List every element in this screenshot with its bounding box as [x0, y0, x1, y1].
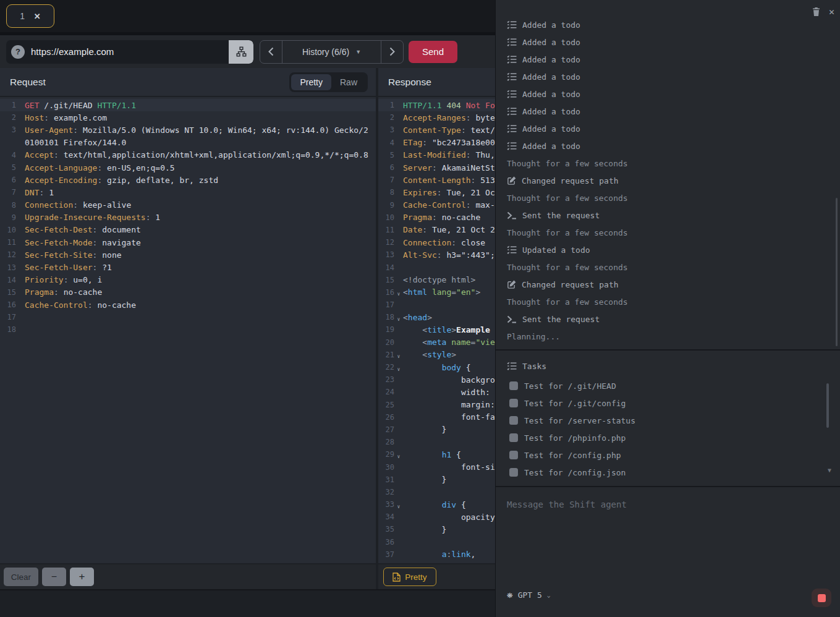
todo-list-icon	[507, 142, 517, 150]
activity-item: Sent the request	[496, 206, 840, 224]
response-footer: Pretty	[378, 563, 495, 589]
fold-chevron-icon[interactable]: ∨	[394, 367, 403, 372]
task-checkbox[interactable]	[509, 399, 518, 407]
code-line: 5Accept-Language: en-US,en;q=0.5	[0, 161, 376, 174]
task-checkbox[interactable]	[509, 451, 518, 459]
task-checkbox[interactable]	[509, 433, 518, 442]
close-icon[interactable]: ✕	[829, 6, 834, 17]
code-line: 12Connection: close	[378, 236, 495, 249]
help-icon[interactable]: ?	[11, 45, 25, 59]
url-toolbar: ? History (6/6) ▼	[0, 32, 495, 68]
line-number: 9	[0, 213, 16, 222]
request-editor[interactable]: 1GET /.git/HEAD HTTP/1.12Host: example.c…	[0, 97, 376, 563]
line-number: 20	[378, 338, 394, 347]
line-number: 35	[378, 525, 394, 534]
tasks-header: Tasks	[496, 357, 840, 375]
code-line: 14	[378, 261, 495, 273]
activity-item: Thought for a few seconds	[496, 258, 840, 276]
line-number: 14	[0, 276, 16, 284]
todo-list-icon	[507, 124, 517, 133]
fold-chevron-icon[interactable]: ∨	[394, 504, 403, 509]
todo-list-icon	[507, 245, 517, 254]
toggle-pretty[interactable]: Pretty	[291, 74, 331, 90]
line-number: 30	[378, 463, 394, 472]
model-selector[interactable]: ❋ GPT 5 ⌄	[507, 590, 551, 600]
line-number: 15	[378, 276, 394, 284]
tasks-more-chevron-icon: ▼	[828, 467, 831, 474]
line-number: 27	[378, 425, 394, 434]
task-label: Test for /config.php	[524, 451, 621, 460]
task-row[interactable]: Test for /phpinfo.php	[496, 429, 840, 446]
todo-list-icon	[507, 20, 517, 29]
toggle-raw[interactable]: Raw	[331, 74, 366, 90]
activity-scrollbar[interactable]	[836, 198, 838, 346]
send-button[interactable]: Send	[409, 41, 457, 63]
code-line: 18∨<head>	[378, 311, 495, 323]
sitemap-icon	[236, 46, 247, 57]
tab-close-icon[interactable]: ✕	[34, 12, 41, 21]
response-pretty-button[interactable]: Pretty	[383, 568, 436, 586]
tab-1[interactable]: 1 ✕	[6, 4, 54, 28]
task-row[interactable]: Test for /.git/HEAD	[496, 377, 840, 394]
code-line: 12Sec-Fetch-Site: none	[0, 249, 376, 261]
stop-icon	[818, 594, 826, 602]
agent-message-input[interactable]	[496, 488, 840, 581]
code-line: 20 <meta name="vie	[378, 336, 495, 349]
line-number: 33	[378, 500, 394, 509]
code-line: 8Connection: keep-alive	[0, 199, 376, 211]
task-label: Test for /phpinfo.php	[524, 433, 626, 443]
code-line: 25 margin:	[378, 399, 495, 411]
trash-icon[interactable]	[812, 7, 821, 17]
activity-text: Sent the request	[522, 211, 600, 220]
line-number: 13	[378, 250, 394, 259]
code-line: 11Date: Tue, 21 Oct 2	[378, 224, 495, 236]
request-title: Request	[10, 77, 46, 88]
fold-chevron-icon[interactable]: ∨	[394, 354, 403, 359]
code-line: 7Content-Length: 513	[378, 174, 495, 186]
task-row[interactable]: Test for /config.json	[496, 464, 840, 481]
code-line: 33∨ div {	[378, 498, 495, 511]
activity-item: Added a todo	[496, 85, 840, 103]
activity-item: Added a todo	[496, 103, 840, 120]
fold-chevron-icon[interactable]: ∨	[394, 454, 403, 459]
zoom-in-button[interactable]: +	[70, 568, 94, 586]
zoom-out-button[interactable]: −	[42, 568, 66, 586]
response-panel: Response 1HTTP/1.1 404 Not Fo2Accept-Ran…	[378, 68, 495, 589]
line-number: 16	[378, 288, 394, 297]
code-line: 6Server: AkamaiNetSt	[378, 161, 495, 174]
line-number: 17	[378, 300, 394, 309]
activity-text: Added a todo	[522, 20, 580, 30]
code-line: 26 font-fa	[378, 411, 495, 423]
code-line: 27 }	[378, 423, 495, 436]
task-row[interactable]: Test for /server-status	[496, 412, 840, 429]
url-input[interactable]	[31, 46, 229, 57]
task-checkbox[interactable]	[509, 381, 518, 390]
history-prev-button[interactable]	[260, 41, 282, 63]
agent-activity-log[interactable]: Added a todoAdded a todoAdded a todoAdde…	[496, 19, 840, 349]
task-row[interactable]: Test for /.git/config	[496, 394, 840, 412]
code-line: 24 width:	[378, 386, 495, 398]
clear-button[interactable]: Clear	[4, 568, 38, 586]
code-line: 22∨ body {	[378, 361, 495, 373]
response-viewer[interactable]: 1HTTP/1.1 404 Not Fo2Accept-Ranges: byte…	[378, 97, 495, 563]
task-checkbox[interactable]	[509, 416, 518, 425]
task-checkbox[interactable]	[509, 468, 518, 477]
line-number: 24	[378, 388, 394, 396]
fold-chevron-icon[interactable]: ∨	[394, 317, 403, 322]
fold-chevron-icon[interactable]: ∨	[394, 291, 403, 297]
history-label: History (6/6)	[302, 47, 349, 57]
tasks-scrollbar[interactable]	[826, 383, 829, 428]
stop-button[interactable]	[812, 589, 831, 607]
sitemap-button[interactable]	[229, 40, 253, 64]
activity-item: Sent the request	[496, 310, 840, 328]
line-number: 31	[378, 475, 394, 484]
line-number: 37	[378, 550, 394, 559]
response-pretty-label: Pretty	[405, 572, 426, 582]
line-number: 8	[0, 201, 16, 210]
history-next-button[interactable]	[381, 41, 403, 63]
history-dropdown[interactable]: History (6/6) ▼	[282, 41, 381, 63]
code-line: 16∨<html lang="en">	[378, 286, 495, 299]
activity-text: Changed request path	[522, 176, 619, 185]
task-row[interactable]: Test for /config.php	[496, 446, 840, 464]
task-label: Test for /server-status	[524, 416, 635, 425]
